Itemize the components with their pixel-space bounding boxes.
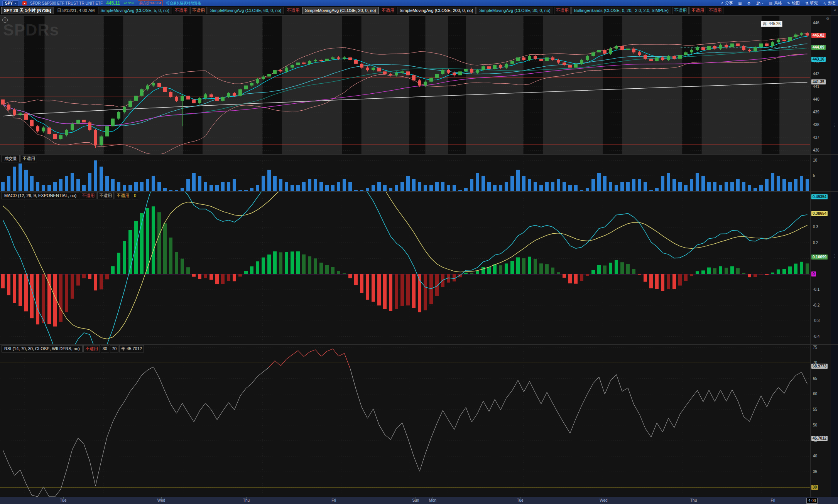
axis-price-badge: 445.02 — [811, 33, 826, 38]
axis-price-badge: 45.7012 — [811, 436, 828, 441]
study-segment[interactable]: SimpleMovingAvg (CLOSE, 20, 0, no) — [302, 7, 378, 14]
topbar-layout-button[interactable]: ▦ — [738, 1, 742, 5]
axis-tick: 10 — [813, 158, 817, 163]
study-value-tag[interactable]: 年:45.7012 — [119, 345, 144, 352]
volume-title[interactable]: 成交量 — [2, 155, 20, 162]
study-value-tag[interactable]: 不适用 — [97, 192, 114, 199]
axis-tick: -0.4 — [813, 334, 819, 339]
layout-icon: ▦ — [738, 1, 742, 5]
axis-tick: 437 — [813, 135, 819, 140]
axis-price-badge: 0.38654 — [811, 211, 828, 216]
last-price: 445.11 — [106, 0, 120, 6]
rsi-axis[interactable]: 7570656055504540353068.977345.701230 — [810, 344, 831, 497]
topbar-draw-label: 绘图 — [792, 0, 800, 6]
right-rail: ◂⋮⋮ — [831, 6, 838, 497]
axis-tick: 75 — [813, 345, 817, 350]
more-top-icon[interactable]: ⋮ — [833, 121, 836, 129]
axis-tick: 0.3 — [813, 225, 818, 229]
topbar-style-button[interactable]: ▥风格 — [769, 0, 782, 6]
trading-app: SPY ▾ ● SPDR S&P500 ETF TRUST TR UNIT ET… — [0, 0, 838, 504]
study-value-tag[interactable]: 30 — [101, 345, 109, 352]
axis-tick: 438 — [813, 123, 819, 127]
study-segment[interactable]: SimpleMovingAvg (CLOSE, 200, 0, no) — [397, 7, 476, 14]
volume-chart[interactable] — [0, 154, 810, 191]
topbar-timeframe-button[interactable]: 1h▾ — [756, 1, 764, 5]
volume-panel: 成交量不适用 105 — [0, 154, 838, 191]
study-segment[interactable]: SimpleMovingAvg (CLOSE, 60, 0, no) — [208, 7, 284, 14]
chart-datetime: 日:8/13/21, 4:00 AM — [55, 8, 97, 13]
study-value-tag[interactable]: 0 — [132, 192, 138, 199]
topbar-share-label: 分享 — [725, 0, 733, 6]
ask-price: 卖方价:445.04 — [138, 0, 163, 6]
topbar-patterns-button[interactable]: ∿形态 — [823, 0, 836, 6]
study-value-tag[interactable]: 不适用 — [554, 7, 571, 14]
study-segment[interactable]: BollingerBands (CLOSE, 0, 20, -2.0, 2.0,… — [571, 7, 671, 14]
volume-axis[interactable]: 105 — [810, 154, 831, 191]
price-axis[interactable]: ⚙ 446445444443442441440439438437436445.0… — [810, 15, 831, 154]
study-value-tag[interactable]: 不适用 — [672, 7, 689, 14]
session-bands — [24, 15, 779, 154]
topbar-studies-label: 研究 — [810, 0, 818, 6]
macd-axis[interactable]: 0.30.20.10-0.1-0.2-0.3-0.40.493540.38654… — [810, 191, 831, 344]
axis-tick: -0.1 — [813, 287, 819, 292]
topbar-settings-button[interactable]: ⚙ — [747, 1, 751, 5]
topbar-studies-button[interactable]: ⚗研究 — [805, 0, 818, 6]
study-value-tag[interactable]: 不适用 — [173, 7, 189, 14]
topbar-patterns-label: 形态 — [828, 0, 836, 6]
study-value-tag[interactable]: 不适用 — [83, 345, 100, 352]
time-label: Tue — [517, 498, 524, 502]
time-label: Fri — [771, 498, 775, 502]
axis-tick: 442 — [813, 72, 819, 76]
axis-price-badge: 443.16 — [811, 57, 826, 62]
rsi-grid — [0, 344, 810, 497]
axis-tick: 65 — [813, 376, 817, 381]
style-icon: ▥ — [769, 1, 772, 5]
time-label: Thu — [690, 498, 697, 502]
macd-chart[interactable] — [0, 191, 810, 344]
patterns-icon: ∿ — [823, 1, 826, 5]
axis-settings-icon[interactable]: ⚙ — [826, 17, 830, 21]
time-label: Thu — [243, 498, 250, 502]
macd-histogram — [1, 206, 809, 326]
company-name: SPDR S&P500 ETF TRUST TR UNIT ETF — [30, 1, 103, 5]
study-value-tag[interactable]: 不适用 — [380, 7, 396, 14]
study-value-tag[interactable]: 不适用 — [285, 7, 301, 14]
watchlist-flag-icon[interactable]: ● — [22, 1, 27, 5]
axis-price-badge: 0.49354 — [811, 194, 828, 199]
collapse-icon[interactable]: ◂ — [833, 6, 835, 13]
topbar-style-label: 风格 — [774, 0, 782, 6]
info-icon[interactable]: i — [2, 17, 8, 23]
study-value-tag[interactable]: 不适用 — [20, 155, 37, 162]
study-segment[interactable]: SimpleMovingAvg (CLOSE, 30, 0, no) — [476, 7, 553, 14]
price-chart[interactable] — [0, 15, 810, 154]
time-axis[interactable]: 4:00 TueWedThuFriSunMonTueWedThuFri — [0, 497, 838, 504]
price-panel: i SPDRs 高: 445.26 ⚙ 44644544444344244144… — [0, 15, 838, 154]
topbar-draw-button[interactable]: ✎绘图 — [787, 0, 799, 6]
axis-price-badge: 441.35 — [811, 79, 826, 84]
axis-tick: 50 — [813, 423, 817, 428]
chart-title-segment[interactable]: SPY 20 天 1小时 [NYSE] — [1, 7, 54, 14]
symbol-select[interactable]: SPY ▾ — [2, 0, 19, 6]
study-value-tag[interactable]: 不适用 — [115, 192, 131, 199]
rsi-header: RSI (14, 70, 30, CLOSE, WILDERS, no)不适用3… — [2, 345, 144, 352]
rsi-chart[interactable] — [0, 344, 810, 497]
study-value-tag[interactable]: 不适用 — [707, 7, 723, 14]
rsi-panel: RSI (14, 70, 30, CLOSE, WILDERS, no)不适用3… — [0, 344, 838, 497]
axis-tick: 40 — [813, 454, 817, 458]
study-value-tag[interactable]: 70 — [110, 345, 118, 352]
study-segment[interactable]: SimpleMovingAvg (CLOSE, 5, 0, no) — [98, 7, 172, 14]
axis-tick: -0.2 — [813, 303, 819, 308]
change-percent: +0.30% — [123, 2, 134, 5]
study-value-tag[interactable]: 不适用 — [190, 7, 207, 14]
study-value-tag[interactable]: 不适用 — [80, 192, 96, 199]
macd-title[interactable]: MACD (12, 26, 9, EXPONENTIAL, no) — [2, 192, 79, 199]
topbar-share-button[interactable]: ↗分享 — [720, 0, 733, 6]
macd-grid — [0, 191, 810, 344]
rsi-title[interactable]: RSI (14, 70, 30, CLOSE, WILDERS, no) — [2, 345, 83, 352]
study-value-tag[interactable]: 不适用 — [689, 7, 706, 14]
more-bottom-icon[interactable]: ⋮ — [833, 252, 836, 260]
axis-tick: 436 — [813, 148, 819, 153]
time-label: Wed — [157, 498, 165, 502]
axis-price-badge: 68.9773 — [811, 364, 828, 369]
topbar-actions: ↗分享▦⚙1h▾▥风格✎绘图⚗研究∿形态 — [720, 0, 836, 6]
